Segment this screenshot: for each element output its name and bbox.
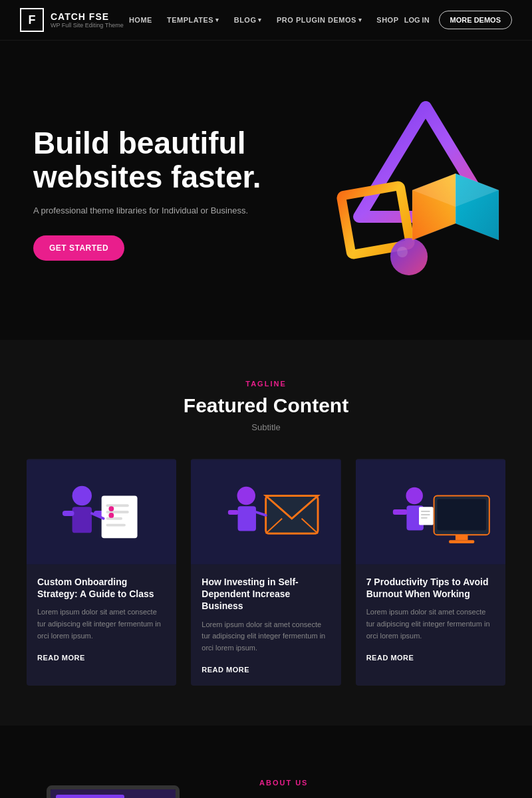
chevron-down-icon: ▾ [358,17,362,23]
card-2-body: How Investing in Self-Dependent Increase… [191,565,340,686]
hero-title: Build beautiful websites faster. [33,126,286,194]
about-label: ABOUT US [259,779,505,787]
card-3-read-more[interactable]: READ MORE [366,654,414,662]
hero-subtitle: A professional theme libraries for Indiv… [33,205,286,215]
laptop-screen [47,785,180,798]
section-subtitle: Subtitle [27,422,505,432]
get-started-button[interactable]: GET STARTED [33,235,124,261]
card-1-body: Custom Onboarding Strategy: A Guide to C… [27,565,176,674]
svg-rect-42 [421,517,428,519]
card-1-text: Lorem ipsum dolor sit amet consecte tur … [37,606,166,642]
svg-point-2 [390,238,428,275]
svg-rect-34 [456,535,468,540]
nav-shop[interactable]: SHOP [376,16,398,24]
svg-point-3 [397,247,408,257]
login-link[interactable]: LOG IN [404,16,430,24]
card-2: How Investing in Self-Dependent Increase… [191,459,340,686]
card-3-text: Lorem ipsum dolor sit amet consecte tur … [366,606,495,642]
card-1-image [27,459,176,565]
about-section: ABOUT US Fresh ideas for every business … [0,726,532,798]
about-content: ABOUT US Fresh ideas for every business … [259,765,505,798]
svg-rect-24 [238,506,256,531]
nav-home[interactable]: HOME [129,16,152,24]
svg-point-36 [406,487,422,504]
card-2-image [191,459,340,565]
svg-point-23 [237,487,255,505]
site-header: F CATCH FSE WP Full Site Editing Theme H… [0,0,532,41]
card-3: 7 Productivity Tips to Avoid Burnout Whe… [356,459,505,686]
card-1-title: Custom Onboarding Strategy: A Guide to C… [37,576,166,600]
logo-text: CATCH FSE WP Full Site Editing Theme [51,11,124,29]
logo-area: F CATCH FSE WP Full Site Editing Theme [20,8,124,32]
nav-templates[interactable]: TEMPLATES ▾ [167,16,219,24]
svg-point-20 [108,513,114,518]
card-3-title: 7 Productivity Tips to Avoid Burnout Whe… [366,576,495,600]
main-nav: HOME TEMPLATES ▾ BLOG ▾ PRO PLUGIN DEMOS… [129,16,399,24]
svg-rect-15 [106,504,129,507]
svg-rect-14 [102,496,138,539]
header-actions: LOG IN MORE DEMOS [404,11,512,29]
device-mockup [27,765,213,798]
svg-rect-41 [421,514,430,515]
svg-point-10 [72,486,92,505]
card-3-image [356,459,505,565]
more-demos-button[interactable]: MORE DEMOS [439,11,512,29]
cards-grid: Custom Onboarding Strategy: A Guide to C… [27,459,505,686]
card-2-text: Lorem ipsum dolor sit amet consecte tur … [201,619,330,654]
svg-rect-17 [106,517,122,520]
card-2-title: How Investing in Self-Dependent Increase… [201,576,330,612]
svg-rect-12 [63,511,74,516]
section-tagline: TAGLINE [27,380,505,388]
section-title: Featured Content [27,394,505,417]
svg-rect-11 [72,507,92,533]
svg-rect-35 [449,540,474,543]
logo-icon: F [20,8,44,32]
svg-rect-16 [106,511,129,513]
card-1: Custom Onboarding Strategy: A Guide to C… [27,459,176,686]
laptop-screen-content [51,789,176,798]
nav-pro-plugin[interactable]: PRO PLUGIN DEMOS ▾ [277,16,362,24]
svg-point-19 [108,506,114,511]
featured-section: TAGLINE Featured Content Subtitle [0,340,532,726]
chevron-down-icon: ▾ [258,17,262,23]
chevron-down-icon: ▾ [215,17,219,23]
svg-rect-18 [106,524,126,527]
svg-rect-25 [228,510,239,515]
svg-rect-33 [437,499,485,530]
svg-rect-39 [419,507,434,525]
svg-rect-40 [421,511,430,512]
card-1-read-more[interactable]: READ MORE [37,654,85,662]
3d-shapes [286,87,512,300]
about-illustration [27,765,226,798]
hero-section: Build beautiful websites faster. A profe… [0,41,532,340]
svg-rect-38 [392,509,407,515]
hero-illustration [286,87,512,300]
card-3-body: 7 Productivity Tips to Avoid Burnout Whe… [356,565,505,674]
card-2-read-more[interactable]: READ MORE [201,666,249,674]
hero-content: Build beautiful websites faster. A profe… [33,126,286,261]
nav-blog[interactable]: BLOG ▾ [234,16,262,24]
